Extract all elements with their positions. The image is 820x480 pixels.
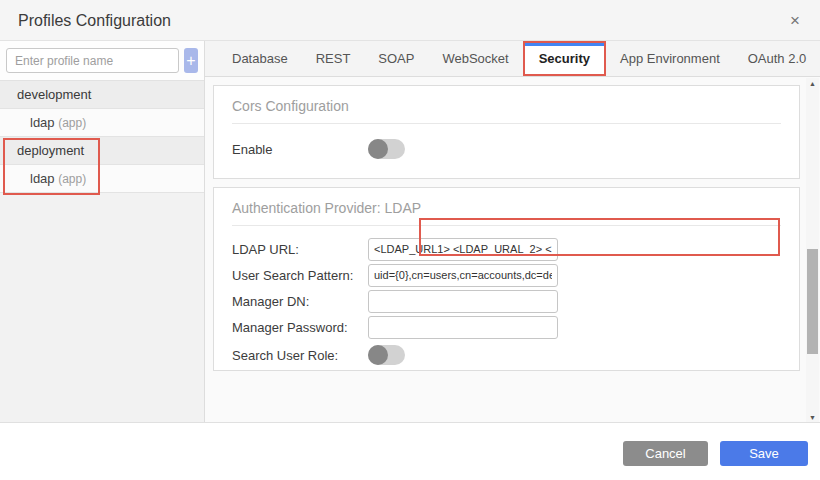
ldap-url-row: LDAP URL: <box>232 236 781 262</box>
tab-soap[interactable]: SOAP <box>364 41 428 76</box>
ldap-url-label: LDAP URL: <box>232 242 368 257</box>
sidebar-item-ldap-deployment[interactable]: ldap (app) <box>0 165 204 193</box>
search-user-role-label: Search User Role: <box>232 348 368 363</box>
sidebar-item-label: development <box>17 87 91 102</box>
search-user-role-row: Search User Role: <box>232 340 781 370</box>
sidebar-item-suffix: (app) <box>58 172 86 186</box>
sidebar-item-label: deployment <box>17 143 84 158</box>
sidebar-item-development[interactable]: development <box>0 81 204 109</box>
cors-enable-toggle[interactable] <box>368 139 405 159</box>
manager-password-label: Manager Password: <box>232 320 368 335</box>
toggle-knob <box>368 345 388 365</box>
scroll-up-icon[interactable]: ▲ <box>806 78 819 90</box>
search-user-role-toggle[interactable] <box>368 345 405 365</box>
tab-content-area: Database REST SOAP WebSocket Security Ap… <box>205 41 820 422</box>
sidebar-item-label: ldap <box>30 115 55 130</box>
tab-oauth[interactable]: OAuth 2.0 <box>734 41 820 76</box>
tab-app-environment[interactable]: App Environment <box>606 41 734 76</box>
user-search-pattern-input[interactable] <box>368 264 558 287</box>
manager-dn-label: Manager DN: <box>232 294 368 309</box>
tab-websocket[interactable]: WebSocket <box>428 41 522 76</box>
manager-dn-row: Manager DN: <box>232 288 781 314</box>
sidebar-item-deployment[interactable]: deployment <box>0 137 204 165</box>
manager-password-input[interactable] <box>368 316 558 339</box>
manager-password-row: Manager Password: <box>232 314 781 340</box>
profiles-configuration-dialog: Profiles Configuration × + development l… <box>0 0 820 480</box>
toggle-knob <box>368 139 388 159</box>
cors-section-title: Cors Configuration <box>232 86 781 124</box>
tab-database[interactable]: Database <box>218 41 302 76</box>
ldap-url-input[interactable] <box>368 238 558 261</box>
vertical-scrollbar[interactable]: ▲ ▼ <box>806 78 819 424</box>
dialog-title: Profiles Configuration <box>18 0 171 41</box>
cors-configuration-card: Cors Configuration Enable <box>213 85 800 179</box>
user-search-pattern-label: User Search Pattern: <box>232 268 368 283</box>
cancel-button[interactable]: Cancel <box>623 441 708 466</box>
add-profile-button[interactable]: + <box>184 48 198 73</box>
ldap-section-title: Authentication Provider: LDAP <box>232 188 781 226</box>
tab-security[interactable]: Security <box>523 41 606 76</box>
sidebar-item-suffix: (app) <box>58 116 86 130</box>
cors-enable-label: Enable <box>232 142 368 157</box>
profile-name-input[interactable] <box>6 48 179 73</box>
dialog-header: Profiles Configuration × <box>0 0 820 41</box>
sidebar-item-label: ldap <box>30 171 55 186</box>
close-icon[interactable]: × <box>780 0 810 41</box>
profile-add-row: + <box>0 41 204 81</box>
tab-bar: Database REST SOAP WebSocket Security Ap… <box>205 41 820 77</box>
save-button[interactable]: Save <box>720 441 808 466</box>
dialog-footer: Cancel Save <box>0 422 820 480</box>
user-search-pattern-row: User Search Pattern: <box>232 262 781 288</box>
ldap-provider-card: Authentication Provider: LDAP LDAP URL: … <box>213 187 800 371</box>
sidebar-item-ldap-development[interactable]: ldap (app) <box>0 109 204 137</box>
tab-rest[interactable]: REST <box>302 41 365 76</box>
manager-dn-input[interactable] <box>368 290 558 313</box>
profiles-sidebar: + development ldap (app) deployment ldap… <box>0 41 205 422</box>
scrollbar-thumb[interactable] <box>807 249 818 354</box>
